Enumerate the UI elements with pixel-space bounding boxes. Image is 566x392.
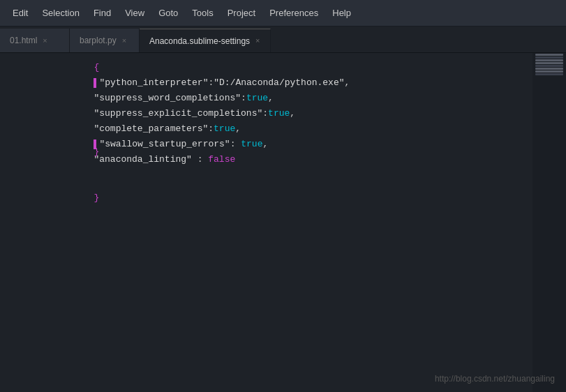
menu-project[interactable]: Project — [221, 3, 262, 22]
tab-close-01html[interactable]: × — [43, 37, 47, 45]
line-content-8: } } — [25, 129, 99, 221]
menu-goto[interactable]: Goto — [151, 3, 185, 22]
menu-help[interactable]: Help — [325, 3, 358, 22]
tab-bar: 01.html × barplot.py × Anaconda.sublime-… — [0, 27, 566, 53]
code-area: { "python_interpreter":"D:/Anaconda/pyth… — [0, 57, 566, 183]
tab-close-anaconda[interactable]: × — [255, 37, 260, 45]
menu-selection[interactable]: Selection — [35, 3, 86, 22]
menu-edit[interactable]: Edit — [6, 3, 35, 22]
val-suppress-explicit: true — [268, 108, 290, 119]
code-line-7: "anaconda_linting" : false — [25, 152, 566, 167]
watermark: http://blog.csdn.net/zhuangailing — [435, 374, 555, 384]
tab-label-anaconda: Anaconda.sublime-settings — [149, 36, 250, 46]
minimap-line — [535, 54, 563, 56]
menubar: Edit Selection Find View Goto Tools Proj… — [0, 0, 566, 27]
tab-01html[interactable]: 01.html × — [0, 29, 70, 52]
val-swallow-startup: true — [241, 139, 262, 149]
val-anaconda-linting: false — [208, 154, 235, 165]
editor-area: { "python_interpreter":"D:/Anaconda/pyth… — [0, 53, 566, 392]
code-line-8: } } — [25, 167, 566, 183]
menu-view[interactable]: View — [118, 3, 151, 22]
tab-label-barplot: barplot.py — [80, 36, 117, 45]
tab-close-barplot[interactable]: × — [122, 37, 126, 45]
brace-close: } — [94, 146, 99, 157]
minimap-line — [535, 56, 563, 59]
menu-tools[interactable]: Tools — [185, 3, 220, 22]
brace-close-2: } — [94, 193, 99, 203]
tab-label-01html: 01.html — [10, 36, 37, 45]
tab-anaconda[interactable]: Anaconda.sublime-settings × — [140, 29, 271, 52]
menu-preferences[interactable]: Preferences — [262, 3, 325, 22]
tab-barplot[interactable]: barplot.py × — [70, 29, 140, 52]
menu-find[interactable]: Find — [87, 3, 118, 22]
key-anaconda-linting: "anaconda_linting" — [94, 154, 191, 165]
